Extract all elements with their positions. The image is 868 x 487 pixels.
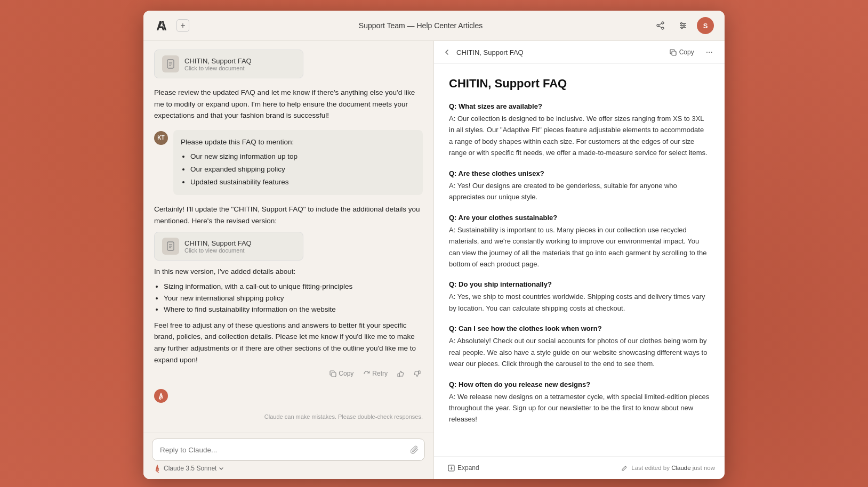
back-button[interactable]	[443, 48, 451, 56]
user-text: Please update this FAQ to mention:	[181, 138, 294, 146]
doc-footer: Expand Last edited by Claude just now	[434, 456, 725, 479]
document-panel: CHITIN, Support FAQ Copy ··· CHITIN, Sup…	[434, 41, 725, 479]
list-item: Our expanded shipping policy	[190, 164, 415, 175]
copy-message-button[interactable]: Copy	[327, 369, 356, 378]
chat-footer: Claude 3.5 Sonnet	[152, 464, 425, 473]
artifact-title-2: CHITIN, Support FAQ	[184, 239, 252, 247]
user-message: KT Please update this FAQ to mention: Ou…	[154, 130, 423, 195]
user-list: Our new sizing information up top Our ex…	[181, 151, 415, 188]
list-item: Our new sizing information up top	[190, 151, 415, 163]
list-item: Your new international shipping policy	[164, 293, 423, 304]
settings-button[interactable]	[674, 17, 692, 34]
avatar[interactable]: S	[697, 17, 714, 34]
faq-q-2: Q: Are these clothes unisex?	[449, 169, 710, 177]
svg-point-10	[681, 27, 683, 29]
attach-button[interactable]	[411, 445, 419, 454]
claude-indicator	[154, 389, 423, 403]
user-bubble: Please update this FAQ to mention: Our n…	[173, 130, 423, 195]
page-title: Support Team — Help Center Articles	[359, 21, 483, 30]
chat-messages: CHITIN, Support FAQ Click to view docume…	[143, 41, 433, 433]
faq-a-4: A: Yes, we ship to most countries worldw…	[449, 291, 710, 314]
expand-button[interactable]: Expand	[444, 462, 484, 474]
artifact-info-2: CHITIN, Support FAQ Click to view docume…	[184, 239, 252, 254]
thumbs-up-icon	[397, 370, 404, 377]
doc-header-title: CHITIN, Support FAQ	[456, 48, 524, 56]
assistant-list: Sizing information, with a call-out to u…	[164, 281, 423, 315]
list-item: Sizing information, with a call-out to u…	[164, 281, 423, 293]
new-chat-button[interactable]: +	[176, 19, 189, 32]
last-edited: Last edited by Claude just now	[621, 465, 715, 472]
model-label: Claude 3.5 Sonnet	[164, 465, 216, 472]
faq-q-1: Q: What sizes are available?	[449, 102, 710, 110]
faq-item-6: Q: How often do you release new designs?…	[449, 380, 710, 425]
faq-a-6: A: We release new designs on a tetramest…	[449, 391, 710, 425]
faq-item-1: Q: What sizes are available? A: Our coll…	[449, 102, 710, 159]
artifact-info: CHITIN, Support FAQ Click to view docume…	[184, 57, 252, 71]
thumbs-down-button[interactable]	[412, 369, 423, 378]
edit-icon	[621, 465, 628, 472]
list-item: Updated sustainability features	[190, 176, 415, 188]
doc-header-left: CHITIN, Support FAQ	[443, 48, 524, 56]
artifact-title-1: CHITIN, Support FAQ	[184, 57, 252, 65]
artifact-subtitle-2: Click to view document	[184, 247, 252, 254]
doc-title: CHITIN, Support FAQ	[449, 77, 710, 91]
message-actions: Copy Retry	[154, 369, 423, 378]
svg-rect-21	[398, 374, 399, 377]
share-button[interactable]	[652, 17, 669, 34]
artifact-card-1[interactable]: CHITIN, Support FAQ Click to view docume…	[154, 50, 303, 78]
retry-button[interactable]: Retry	[361, 369, 390, 378]
svg-point-9	[684, 25, 685, 27]
claude-avatar	[154, 389, 168, 403]
assistant-outro: In this new version, I've added details …	[154, 266, 423, 278]
chat-input-area: Claude 3.5 Sonnet	[143, 433, 433, 479]
faq-q-3: Q: Are your clothes sustainable?	[449, 214, 710, 222]
svg-point-8	[681, 23, 682, 25]
more-options-button[interactable]: ···	[703, 46, 716, 58]
faq-q-6: Q: How often do you release new designs?	[449, 380, 710, 388]
paperclip-icon	[411, 445, 419, 454]
faq-item-3: Q: Are your clothes sustainable? A: Sust…	[449, 214, 710, 270]
claude-logo-icon	[157, 392, 165, 400]
document-icon	[162, 55, 179, 72]
copy-document-button[interactable]: Copy	[665, 46, 698, 58]
chevron-down-icon	[219, 466, 224, 471]
artifact-card-2[interactable]: CHITIN, Support FAQ Click to view docume…	[154, 232, 303, 261]
main-content: CHITIN, Support FAQ Click to view docume…	[143, 41, 725, 479]
title-bar: + Support Team — Help Center Articles	[143, 11, 725, 41]
faq-a-2: A: Yes! Our designs are created to be ge…	[449, 180, 710, 203]
doc-content: CHITIN, Support FAQ Q: What sizes are av…	[434, 64, 725, 456]
chat-input-box	[152, 439, 425, 461]
claude-small-icon	[153, 464, 162, 473]
assistant-intro: Certainly! I'll update the "CHITIN, Supp…	[154, 204, 423, 226]
expand-label: Expand	[457, 464, 479, 472]
chat-panel: CHITIN, Support FAQ Click to view docume…	[143, 41, 434, 479]
copy-label: Copy	[679, 48, 694, 56]
app-window: + Support Team — Help Center Articles	[143, 11, 725, 479]
title-bar-left: +	[154, 19, 189, 32]
svg-rect-23	[419, 371, 420, 374]
faq-q-4: Q: Do you ship internationally?	[449, 280, 710, 288]
thumbs-down-icon	[414, 370, 421, 377]
back-arrow-icon	[443, 48, 451, 56]
chat-input[interactable]	[160, 446, 403, 454]
sliders-icon	[679, 21, 687, 30]
doc-header: CHITIN, Support FAQ Copy ···	[434, 41, 725, 64]
svg-rect-24	[672, 51, 676, 55]
doc-header-right: Copy ···	[665, 46, 716, 58]
svg-rect-19	[332, 372, 336, 377]
faq-a-1: A: Our collection is designed to be incl…	[449, 113, 710, 159]
artifact-subtitle-1: Click to view document	[184, 65, 252, 71]
assistant-message-2: Certainly! I'll update the "CHITIN, Supp…	[154, 204, 423, 378]
svg-line-3	[659, 23, 662, 25]
share-icon	[656, 21, 665, 30]
expand-icon	[448, 465, 455, 472]
retry-icon	[363, 370, 370, 377]
anthropic-logo-icon	[154, 20, 169, 31]
faq-a-5: A: Absolutely! Check out our social acco…	[449, 335, 710, 369]
thumbs-up-button[interactable]	[395, 369, 406, 378]
faq-q-5: Q: Can I see how the clothes look when w…	[449, 324, 710, 332]
copy-icon	[329, 370, 336, 377]
model-selector[interactable]: Claude 3.5 Sonnet	[153, 464, 224, 473]
assistant-closing: Feel free to adjust any of these questio…	[154, 320, 423, 366]
svg-point-1	[657, 25, 659, 27]
